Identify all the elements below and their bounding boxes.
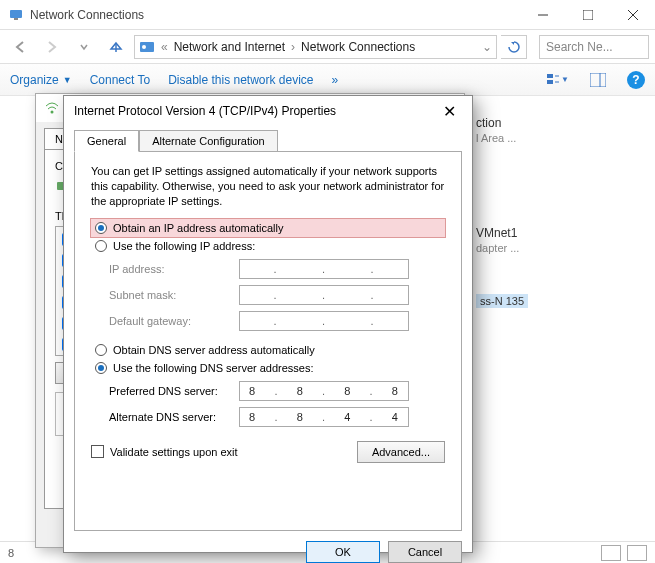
navbar: « Network and Internet › Network Connect… <box>0 30 655 64</box>
ipv4-properties-dialog: Internet Protocol Version 4 (TCP/IPv4) P… <box>63 95 473 553</box>
subnet-label: Subnet mask: <box>109 289 239 301</box>
validate-checkbox[interactable] <box>91 445 104 458</box>
window-title: Network Connections <box>30 8 520 22</box>
minimize-button[interactable] <box>520 0 565 30</box>
gateway-input: ... <box>239 311 409 331</box>
refresh-button[interactable] <box>501 35 527 59</box>
svg-rect-0 <box>10 10 22 18</box>
svg-point-15 <box>51 111 54 114</box>
forward-button[interactable] <box>38 34 66 60</box>
command-bar: Organize▼ Connect To Disable this networ… <box>0 64 655 96</box>
more-commands[interactable]: » <box>332 73 339 87</box>
chevron-down-icon[interactable]: ⌄ <box>482 40 492 54</box>
view-menu[interactable]: ▼ <box>547 69 569 91</box>
connection-detail: l Area ... <box>476 132 516 144</box>
help-icon[interactable]: ? <box>627 71 645 89</box>
up-button[interactable] <box>102 34 130 60</box>
connection-detail[interactable]: ss-N 135 <box>480 295 524 307</box>
dialog-title: Internet Protocol Version 4 (TCP/IPv4) P… <box>74 104 437 118</box>
chevron-right-icon: « <box>161 40 168 54</box>
validate-label: Validate settings upon exit <box>110 446 238 458</box>
svg-rect-13 <box>590 73 606 87</box>
svg-rect-1 <box>14 18 18 20</box>
address-bar[interactable]: « Network and Internet › Network Connect… <box>134 35 497 59</box>
subnet-input: ... <box>239 285 409 305</box>
breadcrumb-item[interactable]: Network Connections <box>301 40 415 54</box>
radio-icon <box>95 240 107 252</box>
breadcrumb-item[interactable]: Network and Internet <box>174 40 285 54</box>
titlebar: Network Connections <box>0 0 655 30</box>
info-text: You can get IP settings assigned automat… <box>91 164 445 209</box>
maximize-button[interactable] <box>565 0 610 30</box>
advanced-button[interactable]: Advanced... <box>357 441 445 463</box>
connection-name[interactable]: ction <box>476 116 516 130</box>
control-panel-icon <box>139 39 155 55</box>
close-icon[interactable]: ✕ <box>437 100 462 123</box>
ip-address-label: IP address: <box>109 263 239 275</box>
connection-detail: dapter ... <box>476 242 519 254</box>
radio-icon <box>95 222 107 234</box>
details-view-button[interactable] <box>601 545 621 561</box>
radio-auto-dns[interactable]: Obtain DNS server address automatically <box>91 341 445 359</box>
alternate-dns-label: Alternate DNS server: <box>109 411 239 423</box>
tab-alternate-config[interactable]: Alternate Configuration <box>139 130 278 152</box>
connect-to-button[interactable]: Connect To <box>90 73 151 87</box>
tiles-view-button[interactable] <box>627 545 647 561</box>
preferred-dns-input[interactable]: 8. 8. 8. 8 <box>239 381 409 401</box>
dialog-titlebar: Internet Protocol Version 4 (TCP/IPv4) P… <box>64 96 472 126</box>
wifi-icon <box>44 100 60 116</box>
recent-dropdown[interactable] <box>70 34 98 60</box>
radio-auto-ip[interactable]: Obtain an IP address automatically <box>91 219 445 237</box>
back-button[interactable] <box>6 34 34 60</box>
preferred-dns-label: Preferred DNS server: <box>109 385 239 397</box>
disable-device-button[interactable]: Disable this network device <box>168 73 313 87</box>
close-button[interactable] <box>610 0 655 30</box>
connection-name[interactable]: VMnet1 <box>476 226 519 240</box>
alternate-dns-input[interactable]: 8. 8. 4. 4 <box>239 407 409 427</box>
svg-rect-3 <box>583 10 593 20</box>
item-count: 8 <box>8 547 14 559</box>
chevron-right-icon: › <box>291 40 295 54</box>
ip-address-input: ... <box>239 259 409 279</box>
organize-menu[interactable]: Organize▼ <box>10 73 72 87</box>
svg-rect-9 <box>547 74 553 78</box>
radio-icon <box>95 362 107 374</box>
radio-icon <box>95 344 107 356</box>
tab-general[interactable]: General <box>74 130 139 152</box>
network-icon <box>8 7 24 23</box>
ok-button[interactable]: OK <box>306 541 380 563</box>
svg-point-8 <box>142 45 146 49</box>
search-input[interactable]: Search Ne... <box>539 35 649 59</box>
window-controls <box>520 0 655 30</box>
cancel-button[interactable]: Cancel <box>388 541 462 563</box>
svg-rect-10 <box>547 80 553 84</box>
gateway-label: Default gateway: <box>109 315 239 327</box>
preview-pane-button[interactable] <box>587 69 609 91</box>
radio-manual-ip[interactable]: Use the following IP address: <box>91 237 445 255</box>
radio-manual-dns[interactable]: Use the following DNS server addresses: <box>91 359 445 377</box>
general-panel: You can get IP settings assigned automat… <box>74 151 462 531</box>
